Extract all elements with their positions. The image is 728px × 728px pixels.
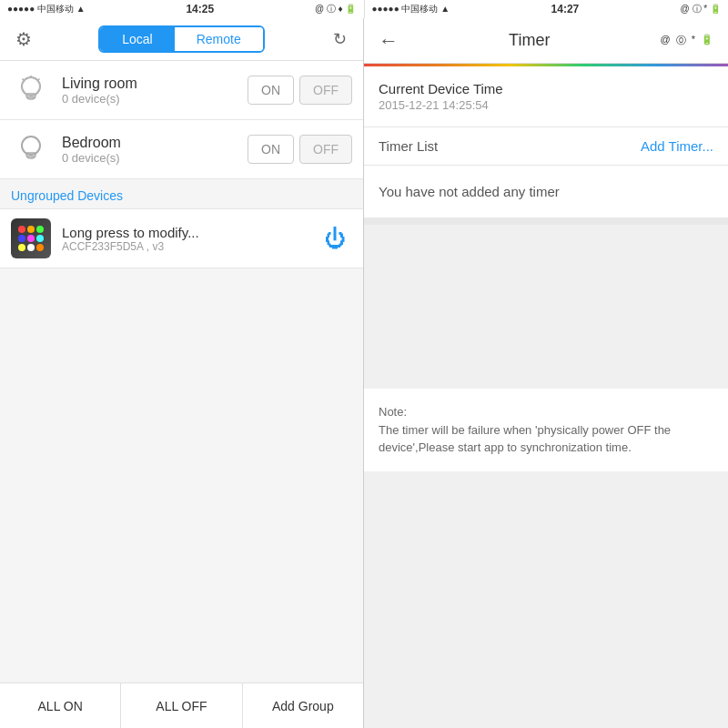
note-label: Note: — [379, 405, 407, 419]
note-section: Note: The timer will be failure when 'ph… — [364, 389, 728, 471]
no-timer-message: You have not added any timer — [364, 166, 728, 225]
living-room-info: Living room 0 device(s) — [62, 76, 237, 106]
right-icon-1: @ — [661, 34, 671, 47]
right-content: Current Device Time 2015-12-21 14:25:54 … — [364, 66, 728, 728]
living-room-on-button[interactable]: ON — [248, 76, 294, 105]
refresh-icon[interactable]: ↻ — [327, 26, 352, 52]
timer-list-label: Timer List — [379, 138, 438, 154]
left-header: ⚙ Local Remote ↻ — [0, 18, 363, 61]
add-timer-link[interactable]: Add Timer... — [641, 138, 713, 154]
right-icon-3: * — [692, 34, 695, 47]
right-header-icons: @ ⓪ * 🔋 — [661, 34, 713, 47]
led-dots — [18, 226, 44, 251]
living-room-devices: 0 device(s) — [62, 92, 237, 106]
left-carrier: ●●●●● 中国移动 ▲ — [7, 3, 86, 15]
right-icon-4: 🔋 — [701, 34, 713, 47]
all-on-button[interactable]: ALL ON — [0, 683, 121, 728]
device-name: Long press to modify... — [62, 225, 308, 240]
led-dot-2 — [36, 226, 44, 233]
living-room-group: Living room 0 device(s) ON OFF — [0, 61, 363, 120]
led-dot-3 — [18, 235, 25, 242]
right-header: ← Timer @ ⓪ * 🔋 — [364, 18, 728, 64]
device-led-icon — [11, 218, 51, 258]
gear-icon[interactable]: ⚙ — [11, 26, 36, 52]
bedroom-info: Bedroom 0 device(s) — [62, 135, 237, 165]
bedroom-off-button[interactable]: OFF — [299, 135, 352, 164]
bedroom-name: Bedroom — [62, 135, 237, 151]
add-group-button[interactable]: Add Group — [243, 683, 363, 728]
note-text: Note: The timer will be failure when 'ph… — [379, 403, 713, 457]
right-panel: ← Timer @ ⓪ * 🔋 Current Device Time 2015… — [364, 18, 728, 728]
timer-title: Timer — [410, 31, 650, 50]
bedroom-group: Bedroom 0 device(s) ON OFF — [0, 120, 363, 179]
left-status-icons: @ ⓘ ♦ 🔋 — [315, 3, 357, 15]
left-panel: ⚙ Local Remote ↻ — [0, 18, 364, 728]
timer-list-header: Timer List Add Timer... — [364, 127, 728, 166]
right-time: 14:27 — [551, 3, 580, 15]
left-footer: ALL ON ALL OFF Add Group — [0, 682, 363, 728]
svg-line-4 — [38, 79, 40, 81]
right-status-bar: ●●●●● 中国移动 ▲ 14:27 @ ⓘ * 🔋 — [365, 0, 729, 18]
living-room-toggles: ON OFF — [248, 76, 352, 105]
remote-tab[interactable]: Remote — [175, 27, 263, 51]
device-item: Long press to modify... ACCF233F5D5A , v… — [0, 208, 363, 268]
bedroom-toggles: ON OFF — [248, 135, 352, 164]
current-device-time-card: Current Device Time 2015-12-21 14:25:54 — [364, 66, 728, 127]
power-icon[interactable]: ⏻ — [319, 222, 352, 255]
current-device-time-value: 2015-12-21 14:25:54 — [379, 98, 713, 112]
living-room-name: Living room — [62, 76, 237, 92]
svg-line-3 — [23, 79, 25, 81]
local-tab[interactable]: Local — [100, 27, 174, 51]
ungrouped-header: Ungrouped Devices — [0, 179, 363, 208]
right-icon-2: ⓪ — [676, 34, 686, 47]
left-time: 14:25 — [186, 3, 214, 15]
current-device-time-label: Current Device Time — [379, 81, 713, 96]
main-panels: ⚙ Local Remote ↻ — [0, 18, 728, 728]
device-info: Long press to modify... ACCF233F5D5A , v… — [62, 225, 308, 253]
all-off-button[interactable]: ALL OFF — [121, 683, 242, 728]
empty-space — [364, 225, 728, 389]
led-dot-7 — [27, 244, 35, 251]
right-status-icons: @ ⓘ * 🔋 — [681, 3, 721, 15]
note-body: The timer will be failure when 'physical… — [379, 423, 671, 455]
segment-control: Local Remote — [98, 25, 265, 53]
bulb-icon-living — [11, 70, 51, 110]
svg-point-5 — [22, 77, 40, 96]
timer-list-section: Timer List Add Timer... You have not add… — [364, 127, 728, 225]
bedroom-on-button[interactable]: ON — [248, 135, 294, 164]
led-dot-0 — [18, 226, 25, 233]
led-dot-4 — [27, 235, 35, 242]
left-status-bar: ●●●●● 中国移动 ▲ 14:25 @ ⓘ ♦ 🔋 — [0, 0, 365, 18]
led-dot-5 — [36, 235, 44, 242]
led-dot-1 — [27, 226, 35, 233]
led-dot-6 — [18, 244, 25, 251]
right-carrier: ●●●●● 中国移动 ▲ — [372, 3, 450, 15]
back-icon[interactable]: ← — [379, 29, 399, 53]
device-id: ACCF233F5D5A , v3 — [62, 240, 308, 253]
bedroom-devices: 0 device(s) — [62, 151, 237, 165]
left-content: Living room 0 device(s) ON OFF — [0, 61, 363, 682]
status-bars: ●●●●● 中国移动 ▲ 14:25 @ ⓘ ♦ 🔋 ●●●●● 中国移动 ▲ … — [0, 0, 728, 18]
living-room-off-button[interactable]: OFF — [299, 76, 352, 105]
bulb-icon-bedroom — [11, 129, 51, 169]
svg-point-6 — [22, 136, 40, 155]
led-dot-8 — [36, 244, 44, 251]
